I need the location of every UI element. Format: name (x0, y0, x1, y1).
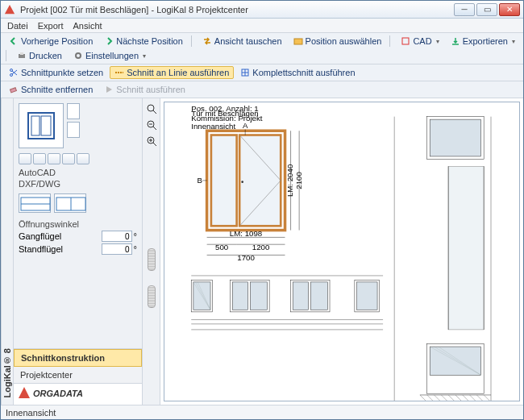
svg-text:LM: 1098: LM: 1098 (230, 229, 262, 238)
svg-text:A: A (243, 121, 248, 130)
gang-unit: ° (134, 231, 137, 241)
svg-rect-60 (293, 282, 308, 310)
close-button[interactable]: ✕ (499, 3, 520, 16)
complete-cut-button[interactable]: Komplettschnitt ausführen (235, 66, 360, 79)
brand-bar: ORGADATA (14, 384, 142, 405)
window-title: Projekt [002 Tür mit Beschlägen] - LogiK… (20, 5, 454, 15)
splitter-handle-top[interactable] (148, 248, 156, 271)
svg-text:1700: 1700 (237, 253, 255, 262)
angle-header: Öffnungswinkel (19, 219, 137, 229)
svg-text:LM: 2040: LM: 2040 (285, 164, 294, 197)
svg-point-35 (241, 181, 243, 183)
stand-input[interactable] (102, 243, 132, 255)
main-body: LogiKal® 8 (1, 98, 523, 405)
stand-unit: ° (134, 244, 137, 254)
toolbar-row-1: Vorherige Position Nächste Position Ansi… (1, 33, 523, 64)
svg-line-20 (153, 110, 156, 114)
tab-projektcenter[interactable]: Projektcenter (14, 367, 142, 384)
side-panel-tabs: Schnittkonstruktion Projektcenter ORGADA… (14, 348, 142, 405)
svg-rect-33 (211, 135, 237, 227)
svg-point-19 (148, 105, 154, 111)
svg-marker-0 (5, 4, 15, 13)
svg-rect-12 (41, 116, 51, 135)
format-label: DXF/DWG (19, 179, 137, 189)
zoom-fit-icon[interactable] (146, 103, 157, 114)
svg-text:1200: 1200 (252, 243, 270, 252)
swap-icon (202, 36, 212, 46)
next-position-button[interactable]: Nächste Position (99, 35, 188, 48)
svg-rect-9 (10, 88, 16, 93)
svg-line-23 (153, 127, 156, 130)
svg-rect-34 (239, 135, 281, 227)
svg-point-5 (76, 53, 81, 58)
prev-position-button[interactable]: Vorherige Position (4, 35, 98, 48)
svg-text:ORGADATA: ORGADATA (33, 389, 83, 398)
canvas-area: Pos. 002, Anzahl: 1 Tür mit Beschlägen K… (160, 98, 523, 405)
run-cut-button: Schnitt ausführen (99, 83, 190, 96)
menu-bar: Datei Export Ansicht (1, 19, 523, 33)
settings-button[interactable]: Einstellungen▾ (69, 49, 151, 62)
gang-label: Gangflügel (19, 231, 61, 241)
maximize-button[interactable]: ▭ (476, 3, 497, 16)
run-icon (104, 85, 114, 94)
eraser-icon (9, 85, 19, 94)
cad-icon (401, 36, 410, 46)
view-option-3[interactable] (48, 153, 60, 164)
menu-datei[interactable]: Datei (7, 21, 28, 31)
side-panel: AutoCAD DXF/DWG Öffnungswinkel Gangflüge… (14, 98, 143, 405)
vertical-tab-label: LogiKal® 8 (2, 342, 12, 405)
svg-rect-2 (402, 38, 409, 44)
complete-cut-icon (240, 68, 250, 77)
vertical-tab[interactable]: LogiKal® 8 (1, 98, 14, 405)
profile-thumb-1[interactable] (67, 103, 80, 119)
svg-text:Kommission: Projekt: Kommission: Projekt (191, 114, 263, 123)
toolbar-row-3: Schnitte entfernen Schnitt ausführen (1, 81, 523, 98)
drawing-canvas[interactable]: Pos. 002, Anzahl: 1 Tür mit Beschlägen K… (164, 102, 520, 401)
position-thumbnail[interactable] (19, 103, 64, 148)
menu-export[interactable]: Export (38, 21, 64, 31)
svg-text:B: B (198, 176, 202, 185)
splitter-handle-bottom[interactable] (148, 285, 156, 308)
svg-rect-70 (448, 166, 484, 330)
status-bar: Innenansicht (1, 405, 523, 419)
view-option-2[interactable] (33, 153, 46, 164)
title-bar: Projekt [002 Tür mit Beschlägen] - LogiK… (1, 1, 523, 19)
swap-view-button[interactable]: Ansicht tauschen (198, 35, 287, 48)
select-position-button[interactable]: Position auswählen (289, 35, 387, 48)
set-cutpoints-button[interactable]: Schnittpunkte setzen (4, 66, 108, 79)
gear-icon (73, 51, 83, 60)
svg-rect-69 (430, 119, 480, 156)
cut-on-line-button[interactable]: Schnitt an Linie ausführen (110, 66, 234, 79)
folder-icon (293, 36, 303, 46)
technical-drawing: Pos. 002, Anzahl: 1 Tür mit Beschlägen K… (164, 102, 519, 401)
print-icon (17, 51, 27, 60)
app-window: Projekt [002 Tür mit Beschlägen] - LogiK… (0, 0, 524, 420)
app-icon (4, 4, 15, 15)
menu-ansicht[interactable]: Ansicht (73, 21, 102, 31)
window-buttons: ─ ▭ ✕ (454, 3, 520, 16)
arrow-right-icon (104, 36, 114, 46)
tab-schnittkonstruktion[interactable]: Schnittkonstruktion (14, 349, 142, 367)
remove-cuts-button[interactable]: Schnitte entfernen (4, 83, 98, 96)
svg-rect-63 (357, 282, 378, 310)
view-option-5[interactable] (77, 153, 89, 164)
section-thumb-2[interactable] (54, 193, 86, 213)
section-thumb-1[interactable] (19, 193, 51, 213)
arrow-left-icon (9, 36, 19, 46)
view-option-4[interactable] (62, 153, 75, 164)
view-option-1[interactable] (19, 153, 31, 164)
zoom-gutter (143, 98, 160, 405)
export-icon (451, 36, 460, 46)
print-button[interactable]: Drucken (12, 49, 67, 62)
svg-rect-1 (294, 39, 302, 44)
svg-rect-57 (232, 282, 247, 310)
export-button[interactable]: Exportieren▾ (446, 35, 520, 48)
svg-rect-4 (20, 52, 23, 55)
gang-input[interactable] (102, 231, 132, 242)
cad-button[interactable]: CAD▾ (396, 35, 443, 48)
minimize-button[interactable]: ─ (454, 3, 475, 16)
zoom-out-icon[interactable] (146, 119, 157, 131)
zoom-in-icon[interactable] (146, 135, 157, 147)
svg-rect-11 (31, 116, 40, 135)
profile-thumb-2[interactable] (67, 122, 80, 138)
